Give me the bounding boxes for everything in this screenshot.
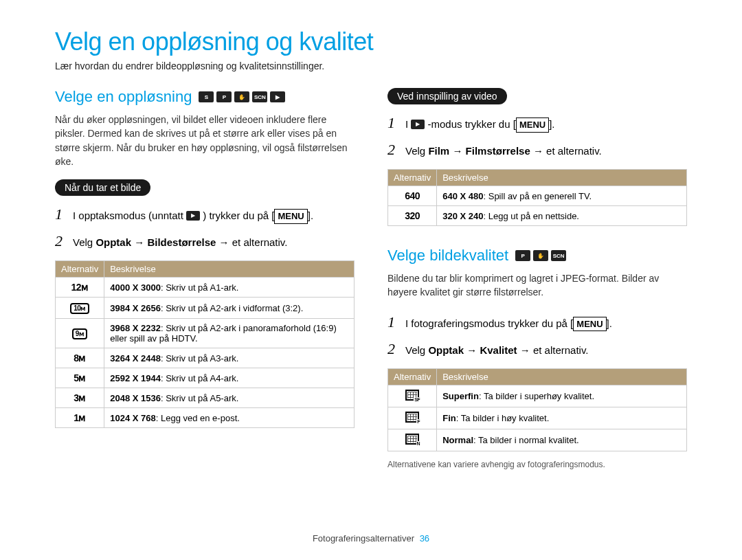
quality-step-2: 2 Velg Opptak → Kvalitet → et alternativ… [387,337,687,360]
step-number: 1 [387,111,398,134]
col-beskrivelse: Beskrivelse [437,368,687,385]
right-column: Ved innspilling av video 1 I ▶ -modus tr… [387,88,687,478]
table-row: 320320 X 240: Legg ut på en nettside. [388,206,687,226]
footer-section: Fotograferingsalternativer [313,533,414,544]
resolution-body: Når du øker oppløsningen, vil bildet ell… [55,113,355,168]
col-alternativ: Alternativ [388,170,437,186]
step-number: 1 [55,203,66,225]
table-row: 3ᴍ2048 X 1536: Skriv ut på A5-ark. [56,388,355,408]
mode-icon-hand: ✋ [533,250,548,261]
table-row: Fin: Ta bilder i høy kvalitet. [388,407,687,429]
photo-step-1: 1 I opptaksmodus (unntatt ▶ ) trykker du… [55,203,355,225]
menu-button-label: MENU [516,117,549,133]
video-caption-pill: Ved innspilling av video [387,88,507,104]
quality-footnote: Alternativene kan variere avhengig av fo… [387,460,687,469]
step-number: 2 [387,337,398,360]
resolution-icon: 9ᴍ [56,319,104,348]
resolution-icon: 1ᴍ [56,408,104,428]
table-row: 10ᴍ3984 X 2656: Skriv ut på A2-ark i vid… [56,298,355,319]
resolution-desc: 1024 X 768: Legg ved en e-post. [104,408,355,428]
table-row: Superfin: Ta bilder i superhøy kvalitet. [388,385,687,407]
quality-table: Alternativ Beskrivelse Superfin: Ta bild… [387,368,687,451]
photo-step-2: 2 Velg Opptak → Bildestørrelse → et alte… [55,229,355,252]
col-beskrivelse: Beskrivelse [104,261,355,278]
quality-desc: Superfin: Ta bilder i superhøy kvalitet. [437,385,687,407]
video-step-2: 2 Velg Film → Filmstørrelse → et alterna… [387,138,687,161]
resolution-desc: 3264 X 2448: Skriv ut på A3-ark. [104,348,355,368]
video-size-icon: 640 [388,186,437,206]
resolution-icon: 5ᴍ [56,368,104,388]
photo-caption-pill: Når du tar et bilde [55,179,150,196]
col-alternativ: Alternativ [56,261,104,278]
resolution-desc: 4000 X 3000: Skriv ut på A1-ark. [104,278,355,298]
table-row: 1ᴍ1024 X 768: Legg ved en e-post. [56,408,355,428]
quality-icon [388,429,437,451]
table-row: Normal: Ta bilder i normal kvalitet. [388,429,687,451]
resolution-icon: 8ᴍ [56,348,104,368]
quality-icon [388,407,437,429]
video-size-table: Alternativ Beskrivelse 640640 X 480: Spi… [387,169,687,226]
mode-icon-vid: ▶ [270,91,285,102]
step-number: 1 [387,311,398,333]
col-alternativ: Alternativ [388,368,437,385]
page-title: Velg en oppløsning og kvalitet [55,27,687,56]
quality-icon [388,385,437,407]
mode-icon-p: P [216,91,232,102]
resolution-desc: 3984 X 2656: Skriv ut på A2-ark i vidfor… [104,298,355,319]
quality-step-1: 1 I fotograferingsmodus trykker du på [M… [387,311,687,333]
video-mode-icon: ▶ [186,211,200,221]
menu-button-label: MENU [573,317,606,332]
resolution-icon: 3ᴍ [56,388,104,408]
footer-page-number: 36 [420,533,429,544]
quality-heading: Velge bildekvalitet P✋SCN [387,247,687,265]
table-row: 9ᴍ3968 X 2232: Skriv ut på A2-ark i pano… [56,319,355,348]
menu-button-label: MENU [274,209,307,224]
video-step-1: 1 I ▶ -modus trykker du [MENU]. [387,111,687,134]
video-size-icon: 320 [388,206,437,226]
left-column: Velge en oppløsning SP✋SCN▶ Når du øker … [55,88,355,478]
quality-body: Bildene du tar blir komprimert og lagret… [387,271,687,300]
quality-mode-icons: P✋SCN [515,250,566,261]
mode-icon-smart: S [199,91,214,102]
mode-icon-hand: ✋ [234,91,249,102]
resolution-desc: 2592 X 1944: Skriv ut på A4-ark. [104,368,355,388]
step-number: 2 [387,138,398,161]
mode-icon-scn: SCN [252,91,267,102]
step-number: 2 [55,229,66,252]
intro-text: Lær hvordan du endrer bildeoppløsning og… [55,60,687,71]
table-row: 640640 X 480: Spill av på en generell TV… [388,186,687,206]
quality-heading-text: Velge bildekvalitet [387,247,508,265]
video-mode-icon: ▶ [411,120,425,129]
video-size-desc: 320 X 240: Legg ut på en nettside. [437,206,687,226]
page-footer: Fotograferingsalternativer 36 [0,533,742,544]
resolution-mode-icons: SP✋SCN▶ [199,91,285,102]
resolution-icon: 12ᴍ [56,278,104,298]
quality-desc: Normal: Ta bilder i normal kvalitet. [437,429,687,451]
resolution-desc: 2048 X 1536: Skriv ut på A5-ark. [104,388,355,408]
resolution-icon: 10ᴍ [56,298,104,319]
table-row: 12ᴍ4000 X 3000: Skriv ut på A1-ark. [56,278,355,298]
resolution-heading: Velge en oppløsning SP✋SCN▶ [55,88,355,106]
resolution-table: Alternativ Beskrivelse 12ᴍ4000 X 3000: S… [55,260,355,428]
resolution-heading-text: Velge en oppløsning [55,88,192,106]
quality-desc: Fin: Ta bilder i høy kvalitet. [437,407,687,429]
table-row: 5ᴍ2592 X 1944: Skriv ut på A4-ark. [56,368,355,388]
table-row: 8ᴍ3264 X 2448: Skriv ut på A3-ark. [56,348,355,368]
mode-icon-scn: SCN [551,250,566,261]
resolution-desc: 3968 X 2232: Skriv ut på A2-ark i panora… [104,319,355,348]
video-size-desc: 640 X 480: Spill av på en generell TV. [437,186,687,206]
mode-icon-p: P [515,250,530,261]
col-beskrivelse: Beskrivelse [437,170,687,186]
